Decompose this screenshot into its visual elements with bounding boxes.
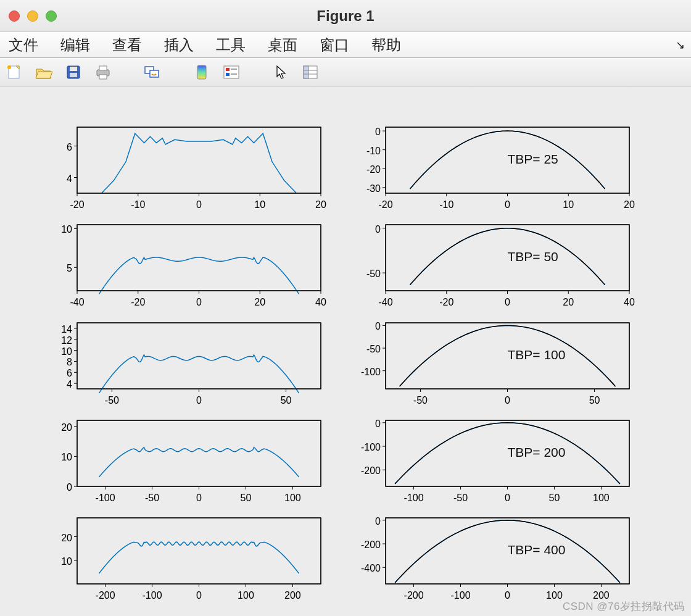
svg-text:-20: -20 <box>131 297 145 307</box>
svg-point-2 <box>7 65 11 69</box>
watermark-text: CSDN @76岁拄拐敲代码 <box>563 599 685 614</box>
svg-text:10: 10 <box>61 556 72 567</box>
svg-text:0: 0 <box>505 395 510 406</box>
svg-text:-100: -100 <box>96 493 115 503</box>
svg-text:50: 50 <box>589 395 600 406</box>
left-plot-column: -20-100102046 -40-2002040510 -5005046810… <box>43 123 327 604</box>
svg-rect-10 <box>150 70 159 77</box>
svg-text:8: 8 <box>67 357 72 367</box>
svg-text:-50: -50 <box>366 344 381 354</box>
link-icon[interactable] <box>143 63 162 81</box>
svg-text:-100: -100 <box>361 442 381 452</box>
svg-text:-400: -400 <box>361 563 381 573</box>
svg-text:-100: -100 <box>143 590 162 601</box>
svg-rect-5 <box>70 73 77 77</box>
svg-rect-90 <box>77 420 321 486</box>
save-icon[interactable] <box>64 63 83 81</box>
svg-text:-200: -200 <box>361 539 381 550</box>
window-title: Figure 1 <box>0 7 691 25</box>
open-file-icon[interactable] <box>35 63 53 81</box>
svg-text:100: 100 <box>546 590 563 601</box>
svg-text:0: 0 <box>196 199 202 210</box>
toolbar <box>0 58 691 86</box>
svg-text:0: 0 <box>67 482 72 493</box>
svg-text:200: 200 <box>284 590 301 601</box>
svg-text:20: 20 <box>61 422 72 432</box>
new-figure-icon[interactable] <box>5 63 23 81</box>
svg-text:-10: -10 <box>439 199 453 210</box>
svg-text:6: 6 <box>67 368 72 378</box>
close-window-button[interactable] <box>9 10 20 22</box>
svg-text:40: 40 <box>315 297 326 307</box>
minimize-window-button[interactable] <box>27 10 38 22</box>
svg-rect-4 <box>70 67 77 71</box>
svg-rect-72 <box>77 323 321 389</box>
menu-desktop[interactable]: 桌面 <box>265 33 300 57</box>
svg-text:-40: -40 <box>70 297 84 307</box>
title-bar: Figure 1 <box>0 0 691 32</box>
svg-text:-50: -50 <box>453 493 468 503</box>
menu-insert[interactable]: 插入 <box>162 33 196 57</box>
svg-text:-20: -20 <box>70 199 84 210</box>
svg-text:-50: -50 <box>413 395 428 406</box>
svg-text:TBP= 50: TBP= 50 <box>508 249 558 264</box>
svg-text:0: 0 <box>375 127 381 137</box>
svg-rect-53 <box>77 323 321 389</box>
svg-text:-20: -20 <box>366 164 381 175</box>
legend-icon[interactable] <box>222 63 241 81</box>
svg-rect-8 <box>99 75 107 79</box>
svg-text:-10: -10 <box>366 146 381 156</box>
menu-window[interactable]: 窗口 <box>317 33 352 57</box>
svg-text:10: 10 <box>563 199 574 210</box>
subplot-right-3: -50050-100-500TBP= 100 <box>352 319 635 409</box>
menu-edit[interactable]: 编辑 <box>58 33 93 57</box>
svg-rect-11 <box>197 65 206 79</box>
svg-text:-50: -50 <box>145 493 159 503</box>
subplot-right-4: -100-50050100-200-1000TBP= 200 <box>352 417 635 506</box>
svg-text:0: 0 <box>375 224 381 235</box>
menu-tools[interactable]: 工具 <box>213 33 248 57</box>
svg-text:0: 0 <box>505 590 510 601</box>
subplot-left-1: -20-100102046 <box>43 123 327 213</box>
menu-bar: 文件 编辑 查看 插入 工具 桌面 窗口 帮助 ↘ <box>0 32 691 58</box>
svg-text:-10: -10 <box>131 199 145 210</box>
svg-text:50: 50 <box>549 493 560 503</box>
zoom-window-button[interactable] <box>46 10 57 22</box>
svg-text:-200: -200 <box>404 590 424 601</box>
svg-text:0: 0 <box>375 418 381 429</box>
svg-rect-73 <box>77 420 321 486</box>
menu-file[interactable]: 文件 <box>6 33 41 57</box>
svg-text:-200: -200 <box>361 465 381 476</box>
svg-text:-100: -100 <box>404 493 424 503</box>
svg-text:20: 20 <box>563 297 574 307</box>
menu-overflow-icon[interactable]: ↘ <box>676 38 685 52</box>
svg-text:50: 50 <box>281 395 292 406</box>
svg-text:100: 100 <box>284 493 301 503</box>
svg-text:40: 40 <box>624 297 635 307</box>
svg-text:0: 0 <box>505 493 510 503</box>
svg-text:20: 20 <box>315 199 326 210</box>
subplot-right-5: -200-1000100200-400-2000TBP= 400 <box>352 514 635 604</box>
menu-view[interactable]: 查看 <box>110 33 144 57</box>
svg-rect-91 <box>77 518 321 584</box>
svg-rect-36 <box>77 127 321 193</box>
data-tips-icon[interactable] <box>301 63 320 81</box>
svg-text:-20: -20 <box>439 297 453 307</box>
subplot-left-2: -40-2002040510 <box>43 221 327 310</box>
print-icon[interactable] <box>94 63 112 81</box>
svg-text:-30: -30 <box>366 183 381 194</box>
svg-text:-200: -200 <box>96 590 115 601</box>
menu-help[interactable]: 帮助 <box>369 33 403 57</box>
svg-text:-40: -40 <box>378 297 392 307</box>
pointer-icon[interactable] <box>271 63 290 81</box>
svg-text:TBP= 25: TBP= 25 <box>508 152 558 166</box>
svg-text:100: 100 <box>593 493 610 503</box>
svg-text:-100: -100 <box>361 366 381 377</box>
svg-text:20: 20 <box>61 533 72 543</box>
figure-canvas: -20-100102046 -40-2002040510 -5005046810… <box>0 86 691 616</box>
svg-text:20: 20 <box>254 297 265 307</box>
subplot-left-3: -50050468101214 <box>43 319 327 409</box>
svg-text:-50: -50 <box>366 268 381 279</box>
subplot-right-1: -20-1001020-30-20-100TBP= 25 <box>352 123 635 213</box>
colormap-icon[interactable] <box>192 63 211 81</box>
